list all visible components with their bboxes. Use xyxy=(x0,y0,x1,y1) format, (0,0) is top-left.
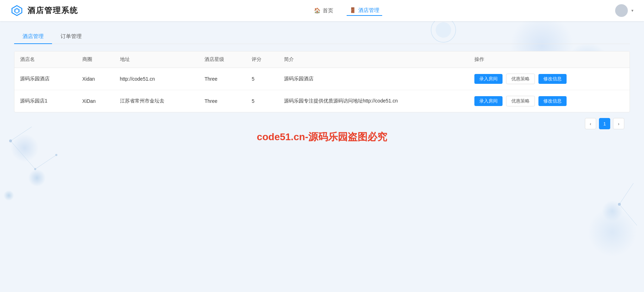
table-body: 源码乐园酒店 Xidan http://code51.cn Three 5 源码… xyxy=(14,68,630,112)
svg-point-3 xyxy=(9,139,12,142)
col-header-desc: 简介 xyxy=(278,51,469,68)
col-header-score: 评分 xyxy=(246,51,278,68)
svg-point-8 xyxy=(618,203,621,206)
col-header-address: 地址 xyxy=(114,51,199,68)
pagination-prev-button[interactable]: ‹ xyxy=(585,118,596,129)
pagination: ‹ 1 › xyxy=(14,112,630,131)
svg-line-7 xyxy=(619,183,633,204)
tabs-bar: 酒店管理 订单管理 xyxy=(14,30,630,44)
cell-action-0: 录入房间 优惠策略 修改信息 xyxy=(469,68,630,90)
logo-icon xyxy=(11,4,23,17)
cell-score-0: 5 xyxy=(246,68,278,90)
cell-area-0: Xidan xyxy=(77,68,114,90)
svg-point-4 xyxy=(34,168,36,170)
table-row: 源码乐园酒店 Xidan http://code51.cn Three 5 源码… xyxy=(14,68,630,90)
col-header-area: 商圈 xyxy=(77,51,114,68)
header-left: 酒店管理系统 xyxy=(11,4,78,17)
btn-promo-0[interactable]: 优惠策略 xyxy=(506,74,535,84)
main-content: 酒店管理 订单管理 酒店名 商圈 地址 酒店星级 评分 简介 操作 源码乐园酒店 xyxy=(0,21,644,139)
hotel-nav-icon: 🚪 xyxy=(349,7,356,13)
cell-area-1: XiDan xyxy=(77,90,114,112)
tab-order-management[interactable]: 订单管理 xyxy=(52,30,90,44)
header-nav: 🏠 首页 🚪 酒店管理 xyxy=(311,6,382,16)
cell-star-0: Three xyxy=(199,68,246,90)
nav-hotel[interactable]: 🚪 酒店管理 xyxy=(347,6,382,16)
col-header-star: 酒店星级 xyxy=(199,51,246,68)
svg-point-5 xyxy=(55,154,57,156)
svg-line-6 xyxy=(619,204,637,225)
cell-name-0: 源码乐园酒店 xyxy=(14,68,77,90)
table-row: 源码乐园店1 XiDan 江苏省常州市金坛去 Three 5 源码乐园专注提供优… xyxy=(14,90,630,112)
btn-room-1[interactable]: 录入房间 xyxy=(474,96,503,106)
cell-address-0: http://code51.cn xyxy=(114,68,199,90)
btn-edit-1[interactable]: 修改信息 xyxy=(538,96,567,106)
home-icon: 🏠 xyxy=(314,7,321,14)
table-header: 酒店名 商圈 地址 酒店星级 评分 简介 操作 xyxy=(14,51,630,68)
col-header-name: 酒店名 xyxy=(14,51,77,68)
dropdown-arrow-icon[interactable]: ▾ xyxy=(631,8,633,13)
cell-desc-1: 源码乐园专注提供优质源码访问地址http://code51.cn xyxy=(278,90,469,112)
cell-name-1: 源码乐园店1 xyxy=(14,90,77,112)
pagination-page-1-button[interactable]: 1 xyxy=(599,118,610,129)
cell-score-1: 5 xyxy=(246,90,278,112)
header-right: ▾ xyxy=(615,4,633,17)
nav-hotel-label: 酒店管理 xyxy=(358,7,379,14)
tab-hotel-management[interactable]: 酒店管理 xyxy=(14,30,52,44)
cell-action-1: 录入房间 优惠策略 修改信息 xyxy=(469,90,630,112)
btn-promo-1[interactable]: 优惠策略 xyxy=(506,96,535,106)
svg-line-1 xyxy=(35,155,56,169)
app-title: 酒店管理系统 xyxy=(27,5,78,16)
col-header-action: 操作 xyxy=(469,51,630,68)
btn-room-0[interactable]: 录入房间 xyxy=(474,74,503,84)
cell-address-1: 江苏省常州市金坛去 xyxy=(114,90,199,112)
header: 酒店管理系统 🏠 首页 🚪 酒店管理 ▾ xyxy=(0,0,644,21)
pagination-next-button[interactable]: › xyxy=(613,118,624,129)
nav-home-label: 首页 xyxy=(323,7,333,14)
nav-home[interactable]: 🏠 首页 xyxy=(311,6,336,15)
svg-line-0 xyxy=(11,141,35,169)
avatar[interactable] xyxy=(615,4,628,17)
cell-desc-0: 源码乐园酒店 xyxy=(278,68,469,90)
btn-edit-0[interactable]: 修改信息 xyxy=(538,74,567,84)
data-table: 酒店名 商圈 地址 酒店星级 评分 简介 操作 源码乐园酒店 Xidan htt… xyxy=(14,51,630,112)
cell-star-1: Three xyxy=(199,90,246,112)
